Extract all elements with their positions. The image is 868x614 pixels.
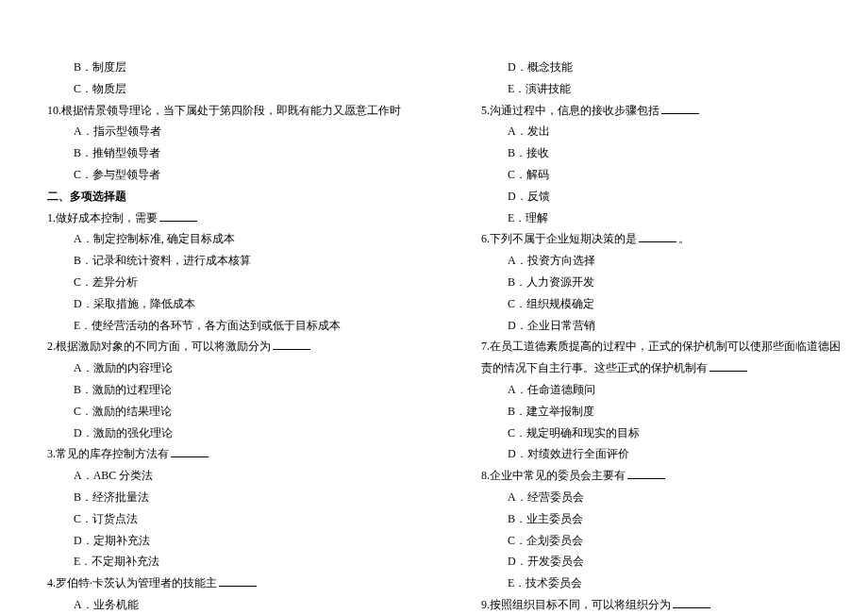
option-item: B．推销型领导者 <box>47 142 406 164</box>
section-title: 二、多项选择题 <box>47 186 406 207</box>
stem-text: 4.罗伯特·卡茨认为管理者的技能主 <box>47 576 217 589</box>
question-stem-cont: 责的情况下自主行事。这些正式的保护机制有 <box>481 357 840 379</box>
left-column: B．制度层 C．物质层 10.根据情景领导理论，当下属处于第四阶段，即既有能力又… <box>0 0 434 614</box>
fill-blank <box>639 231 676 242</box>
option-item: B．人力资源开发 <box>481 272 840 293</box>
stem-text: 2.根据激励对象的不同方面，可以将激励分为 <box>47 340 271 353</box>
option-item: A．投资方向选择 <box>481 250 840 272</box>
option-item: C．物质层 <box>47 78 406 100</box>
option-text: 规定明确和现实的目标 <box>526 426 640 440</box>
option-item: A．激励的内容理论 <box>47 357 406 379</box>
option-text: 推销型领导者 <box>92 146 160 159</box>
stem-text: 10.根据情景领导理论，当下属处于第四阶段，即既有能力又愿意工作时，领导者应采取 <box>47 104 406 117</box>
option-item: C．企划委员会 <box>481 530 840 552</box>
question-stem: 10.根据情景领导理论，当下属处于第四阶段，即既有能力又愿意工作时，领导者应采取 <box>47 100 406 122</box>
option-text: 演讲技能 <box>526 82 571 95</box>
option-text: 概念技能 <box>527 60 573 74</box>
option-text: 激励的强化理论 <box>93 426 173 440</box>
option-text: ABC 分类法 <box>93 469 154 482</box>
option-text: 订货点法 <box>92 512 138 525</box>
question-stem: 3.常见的库存控制方法有 <box>47 443 406 465</box>
option-text: 开发委员会 <box>527 555 584 568</box>
option-text: 经营委员会 <box>527 490 584 504</box>
fill-blank <box>159 210 197 222</box>
option-text: 企业日常营销 <box>527 319 595 332</box>
option-text: 指示型领导者 <box>93 124 161 138</box>
option-item: B．业主委员会 <box>481 508 840 530</box>
stem-text: 1.做好成本控制，需要 <box>47 211 158 224</box>
option-text: 业主委员会 <box>526 512 583 525</box>
option-item: D．激励的强化理论 <box>47 423 406 444</box>
option-item: B．激励的过程理论 <box>47 379 406 401</box>
option-item: E．不定期补充法 <box>47 551 406 573</box>
option-item: A．ABC 分类法 <box>47 465 406 487</box>
option-item: E．理解 <box>481 207 840 229</box>
fill-blank <box>171 446 209 457</box>
option-item: E．技术委员会 <box>481 573 840 594</box>
option-item: D．概念技能 <box>481 57 840 78</box>
option-item: C．激励的结果理论 <box>47 401 406 423</box>
option-item: C．规定明确和现实的目标 <box>481 423 840 444</box>
option-item: C．组织规模确定 <box>481 293 840 315</box>
option-text: 组织规模确定 <box>526 297 594 310</box>
option-text: 采取措施，降低成本 <box>93 297 195 310</box>
option-item: D．开发委员会 <box>481 551 840 573</box>
stem-text: 6.下列不属于企业短期决策的是 <box>481 232 637 245</box>
option-text: 任命道德顾问 <box>527 383 595 396</box>
option-item: B．接收 <box>481 142 840 164</box>
option-text: 技术委员会 <box>526 576 582 589</box>
question-stem: 1.做好成本控制，需要 <box>47 207 406 229</box>
option-item: A．制定控制标准, 确定目标成本 <box>47 228 406 250</box>
option-text: 记录和统计资料，进行成本核算 <box>92 254 251 267</box>
stem-suffix: 。 <box>678 232 690 245</box>
option-item: C．订货点法 <box>47 508 406 530</box>
fill-blank <box>627 468 665 479</box>
fill-blank <box>661 103 699 114</box>
option-item: D．对绩效进行全面评价 <box>481 443 840 465</box>
option-text: 业务机能 <box>93 598 139 611</box>
option-text: 企划委员会 <box>526 534 583 547</box>
option-item: D．定期补充法 <box>47 530 406 552</box>
question-stem: 9.按照组织目标不同，可以将组织分为 <box>481 594 840 614</box>
stem-text: 责的情况下自主行事。这些正式的保护机制有 <box>481 361 708 374</box>
option-text: 反馈 <box>527 190 550 203</box>
option-text: 制度层 <box>92 60 126 74</box>
option-item: D．反馈 <box>481 186 840 207</box>
option-text: 经济批量法 <box>92 490 149 504</box>
question-stem: 5.沟通过程中，信息的接收步骤包括 <box>481 100 840 122</box>
option-text: 激励的内容理论 <box>93 361 173 374</box>
option-item: E．使经营活动的各环节，各方面达到或低于目标成本 <box>47 315 406 337</box>
stem-text: 3.常见的库存控制方法有 <box>47 447 169 460</box>
option-text: 对绩效进行全面评价 <box>527 447 629 460</box>
option-item: E．演讲技能 <box>481 78 840 100</box>
fill-blank <box>219 575 257 587</box>
option-text: 发出 <box>527 124 550 138</box>
option-item: A．发出 <box>481 121 840 142</box>
stem-text: 9.按照组织目标不同，可以将组织分为 <box>481 598 671 611</box>
stem-text: 5.沟通过程中，信息的接收步骤包括 <box>481 104 659 117</box>
fill-blank <box>273 339 310 350</box>
fill-blank <box>709 360 747 372</box>
option-text: 激励的结果理论 <box>92 405 172 418</box>
document-page: B．制度层 C．物质层 10.根据情景领导理论，当下属处于第四阶段，即既有能力又… <box>0 0 868 614</box>
option-item: D．采取措施，降低成本 <box>47 293 406 315</box>
option-item: A．业务机能 <box>47 594 406 614</box>
option-text: 解码 <box>526 168 549 181</box>
option-text: 理解 <box>526 211 548 224</box>
option-item: B．记录和统计资料，进行成本核算 <box>47 250 406 272</box>
option-text: 不定期补充法 <box>92 555 159 568</box>
option-text: 投资方向选择 <box>527 254 595 267</box>
option-text: 参与型领导者 <box>92 168 160 181</box>
option-text: 制定控制标准, 确定目标成本 <box>93 232 235 245</box>
option-item: A．经营委员会 <box>481 487 840 508</box>
question-stem: 4.罗伯特·卡茨认为管理者的技能主 <box>47 573 406 594</box>
option-text: 差异分析 <box>92 275 138 289</box>
question-stem: 8.企业中常见的委员会主要有 <box>481 465 840 487</box>
option-item: C．解码 <box>481 164 840 186</box>
option-text: 使经营活动的各环节，各方面达到或低于目标成本 <box>92 319 341 332</box>
option-item: B．经济批量法 <box>47 487 406 508</box>
fill-blank <box>673 597 710 608</box>
option-text: 激励的过程理论 <box>92 383 172 396</box>
question-stem: 7.在员工道德素质提高的过程中，正式的保护机制可以使那些面临道德困境的员工在不用… <box>481 336 840 357</box>
option-text: 物质层 <box>92 82 126 95</box>
